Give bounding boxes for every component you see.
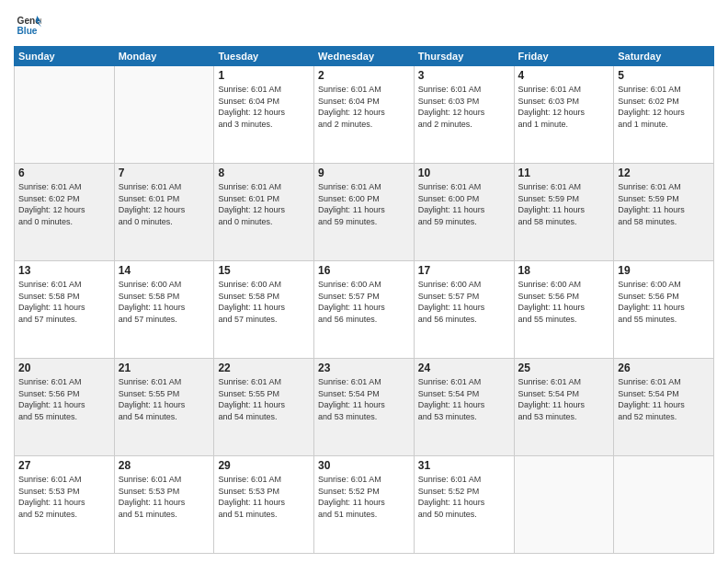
page: General Blue SundayMondayTuesdayWednesda… — [0, 0, 728, 563]
calendar-cell: 31Sunrise: 6:01 AM Sunset: 5:52 PM Dayli… — [414, 456, 514, 554]
calendar-cell: 11Sunrise: 6:01 AM Sunset: 5:59 PM Dayli… — [514, 164, 614, 261]
calendar-cell: 23Sunrise: 6:01 AM Sunset: 5:54 PM Dayli… — [314, 359, 415, 456]
day-number: 21 — [119, 362, 210, 374]
calendar-cell: 22Sunrise: 6:01 AM Sunset: 5:55 PM Dayli… — [214, 359, 314, 456]
calendar-cell: 12Sunrise: 6:01 AM Sunset: 5:59 PM Dayli… — [614, 164, 714, 261]
calendar-cell: 27Sunrise: 6:01 AM Sunset: 5:53 PM Dayli… — [15, 456, 115, 554]
day-number: 10 — [418, 167, 510, 179]
calendar-cell: 10Sunrise: 6:01 AM Sunset: 6:00 PM Dayli… — [414, 164, 514, 261]
calendar-cell: 17Sunrise: 6:00 AM Sunset: 5:57 PM Dayli… — [414, 261, 514, 359]
day-number: 19 — [618, 264, 710, 277]
calendar-cell: 5Sunrise: 6:01 AM Sunset: 6:02 PM Daylig… — [614, 66, 714, 164]
day-info: Sunrise: 6:00 AM Sunset: 5:56 PM Dayligh… — [518, 279, 610, 325]
weekday-header-wednesday: Wednesday — [314, 47, 415, 66]
day-number: 13 — [18, 264, 110, 277]
calendar-cell: 20Sunrise: 6:01 AM Sunset: 5:56 PM Dayli… — [15, 359, 115, 456]
day-info: Sunrise: 6:01 AM Sunset: 5:54 PM Dayligh… — [618, 376, 710, 422]
calendar-cell — [15, 66, 115, 164]
day-info: Sunrise: 6:01 AM Sunset: 5:54 PM Dayligh… — [518, 376, 610, 422]
calendar-cell: 26Sunrise: 6:01 AM Sunset: 5:54 PM Dayli… — [614, 359, 714, 456]
day-info: Sunrise: 6:01 AM Sunset: 6:03 PM Dayligh… — [518, 84, 610, 130]
calendar-cell: 24Sunrise: 6:01 AM Sunset: 5:54 PM Dayli… — [414, 359, 514, 456]
header: General Blue — [14, 9, 714, 39]
day-info: Sunrise: 6:00 AM Sunset: 5:58 PM Dayligh… — [119, 279, 210, 325]
day-info: Sunrise: 6:01 AM Sunset: 5:58 PM Dayligh… — [18, 279, 110, 325]
day-info: Sunrise: 6:01 AM Sunset: 6:01 PM Dayligh… — [218, 181, 310, 227]
day-number: 23 — [318, 362, 410, 374]
calendar-cell: 4Sunrise: 6:01 AM Sunset: 6:03 PM Daylig… — [514, 66, 614, 164]
svg-text:Blue: Blue — [17, 26, 38, 36]
calendar-cell: 7Sunrise: 6:01 AM Sunset: 6:01 PM Daylig… — [114, 164, 214, 261]
day-number: 3 — [418, 69, 510, 82]
day-number: 30 — [318, 459, 410, 472]
day-info: Sunrise: 6:00 AM Sunset: 5:58 PM Dayligh… — [218, 279, 310, 325]
day-number: 14 — [119, 264, 210, 277]
day-info: Sunrise: 6:01 AM Sunset: 5:53 PM Dayligh… — [119, 474, 210, 520]
calendar-cell: 6Sunrise: 6:01 AM Sunset: 6:02 PM Daylig… — [15, 164, 115, 261]
day-info: Sunrise: 6:01 AM Sunset: 6:04 PM Dayligh… — [318, 84, 410, 130]
day-number: 7 — [119, 167, 210, 179]
day-info: Sunrise: 6:01 AM Sunset: 5:52 PM Dayligh… — [318, 474, 410, 520]
day-info: Sunrise: 6:00 AM Sunset: 5:57 PM Dayligh… — [418, 279, 510, 325]
day-number: 31 — [418, 459, 510, 472]
calendar-cell: 9Sunrise: 6:01 AM Sunset: 6:00 PM Daylig… — [314, 164, 415, 261]
day-number: 1 — [218, 69, 310, 82]
weekday-header-thursday: Thursday — [414, 47, 514, 66]
day-info: Sunrise: 6:01 AM Sunset: 5:59 PM Dayligh… — [518, 181, 610, 227]
day-info: Sunrise: 6:01 AM Sunset: 6:01 PM Dayligh… — [119, 181, 210, 227]
weekday-header-tuesday: Tuesday — [214, 47, 314, 66]
weekday-header-monday: Monday — [114, 47, 214, 66]
calendar-cell: 2Sunrise: 6:01 AM Sunset: 6:04 PM Daylig… — [314, 66, 415, 164]
weekday-header-sunday: Sunday — [15, 47, 115, 66]
day-info: Sunrise: 6:01 AM Sunset: 6:03 PM Dayligh… — [418, 84, 510, 130]
day-info: Sunrise: 6:01 AM Sunset: 6:02 PM Dayligh… — [618, 84, 710, 130]
calendar-header-row: SundayMondayTuesdayWednesdayThursdayFrid… — [15, 47, 714, 66]
day-number: 4 — [518, 69, 610, 82]
day-number: 25 — [518, 362, 610, 374]
calendar-week-row: 20Sunrise: 6:01 AM Sunset: 5:56 PM Dayli… — [15, 359, 714, 456]
day-info: Sunrise: 6:00 AM Sunset: 5:56 PM Dayligh… — [618, 279, 710, 325]
weekday-header-saturday: Saturday — [614, 47, 714, 66]
day-number: 20 — [18, 362, 110, 374]
logo: General Blue — [14, 13, 41, 39]
day-number: 5 — [618, 69, 710, 82]
calendar-cell: 30Sunrise: 6:01 AM Sunset: 5:52 PM Dayli… — [314, 456, 415, 554]
day-info: Sunrise: 6:01 AM Sunset: 5:53 PM Dayligh… — [218, 474, 310, 520]
day-number: 12 — [618, 167, 710, 179]
calendar-cell: 13Sunrise: 6:01 AM Sunset: 5:58 PM Dayli… — [15, 261, 115, 359]
calendar-cell: 16Sunrise: 6:00 AM Sunset: 5:57 PM Dayli… — [314, 261, 415, 359]
weekday-header-friday: Friday — [514, 47, 614, 66]
day-info: Sunrise: 6:01 AM Sunset: 5:56 PM Dayligh… — [18, 376, 110, 422]
calendar-cell: 29Sunrise: 6:01 AM Sunset: 5:53 PM Dayli… — [214, 456, 314, 554]
calendar-cell: 19Sunrise: 6:00 AM Sunset: 5:56 PM Dayli… — [614, 261, 714, 359]
calendar-week-row: 1Sunrise: 6:01 AM Sunset: 6:04 PM Daylig… — [15, 66, 714, 164]
logo-icon: General Blue — [16, 13, 41, 39]
day-number: 29 — [218, 459, 310, 472]
day-number: 11 — [518, 167, 610, 179]
calendar-cell: 1Sunrise: 6:01 AM Sunset: 6:04 PM Daylig… — [214, 66, 314, 164]
day-number: 8 — [218, 167, 310, 179]
calendar-cell — [514, 456, 614, 554]
day-number: 24 — [418, 362, 510, 374]
calendar-cell: 25Sunrise: 6:01 AM Sunset: 5:54 PM Dayli… — [514, 359, 614, 456]
day-info: Sunrise: 6:01 AM Sunset: 5:55 PM Dayligh… — [218, 376, 310, 422]
day-info: Sunrise: 6:01 AM Sunset: 6:00 PM Dayligh… — [318, 181, 410, 227]
day-number: 6 — [18, 167, 110, 179]
day-info: Sunrise: 6:01 AM Sunset: 5:53 PM Dayligh… — [18, 474, 110, 520]
calendar-cell: 3Sunrise: 6:01 AM Sunset: 6:03 PM Daylig… — [414, 66, 514, 164]
calendar-week-row: 13Sunrise: 6:01 AM Sunset: 5:58 PM Dayli… — [15, 261, 714, 359]
day-info: Sunrise: 6:01 AM Sunset: 5:59 PM Dayligh… — [618, 181, 710, 227]
calendar-cell — [114, 66, 214, 164]
day-number: 17 — [418, 264, 510, 277]
day-info: Sunrise: 6:01 AM Sunset: 5:52 PM Dayligh… — [418, 474, 510, 520]
day-info: Sunrise: 6:01 AM Sunset: 5:55 PM Dayligh… — [119, 376, 210, 422]
calendar-cell: 8Sunrise: 6:01 AM Sunset: 6:01 PM Daylig… — [214, 164, 314, 261]
day-info: Sunrise: 6:01 AM Sunset: 5:54 PM Dayligh… — [318, 376, 410, 422]
day-number: 28 — [119, 459, 210, 472]
calendar-week-row: 6Sunrise: 6:01 AM Sunset: 6:02 PM Daylig… — [15, 164, 714, 261]
calendar-week-row: 27Sunrise: 6:01 AM Sunset: 5:53 PM Dayli… — [15, 456, 714, 554]
day-info: Sunrise: 6:00 AM Sunset: 5:57 PM Dayligh… — [318, 279, 410, 325]
calendar-cell: 21Sunrise: 6:01 AM Sunset: 5:55 PM Dayli… — [114, 359, 214, 456]
day-number: 22 — [218, 362, 310, 374]
day-number: 2 — [318, 69, 410, 82]
